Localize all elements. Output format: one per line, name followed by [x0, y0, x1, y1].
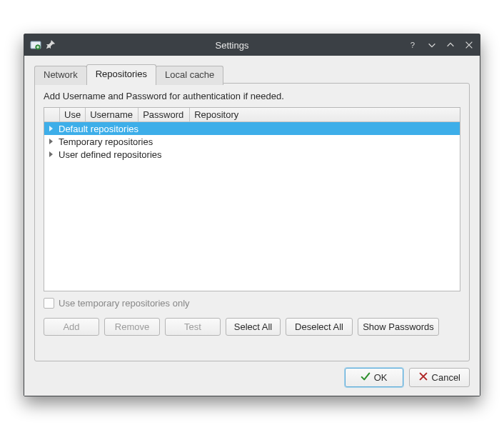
ok-check-icon [361, 371, 371, 384]
group-label: User defined repositories [57, 149, 162, 160]
action-buttons: Add Remove Test Select All Deselect All … [44, 318, 460, 336]
app-icon [30, 39, 41, 51]
tab-network[interactable]: Network [34, 66, 87, 85]
checkbox-box[interactable] [44, 298, 54, 309]
col-repository[interactable]: Repository [190, 108, 460, 121]
col-username[interactable]: Username [86, 108, 138, 121]
deselect-all-button[interactable]: Deselect All [286, 318, 353, 336]
group-default-repositories[interactable]: Default repositories [44, 122, 460, 135]
group-user-defined-repositories[interactable]: User defined repositories [44, 148, 460, 161]
repositories-table[interactable]: Use Username Password Repository Default… [44, 107, 460, 291]
checkbox-label: Use temporary repositories only [59, 298, 190, 309]
maximize-icon[interactable] [445, 40, 455, 50]
test-button[interactable]: Test [165, 318, 221, 336]
settings-window: Settings ? Network Repositories Local ca… [24, 34, 480, 396]
group-label: Temporary repositories [57, 136, 153, 147]
dialog-buttons: OK Cancel [345, 368, 470, 387]
cancel-x-icon [418, 371, 428, 384]
window-controls: ? [408, 40, 474, 50]
titlebar-left [30, 39, 56, 51]
hint-text: Add Username and Password for authentica… [44, 91, 460, 101]
tab-repositories[interactable]: Repositories [86, 64, 156, 84]
use-temporary-only-checkbox[interactable]: Use temporary repositories only [44, 298, 190, 309]
show-passwords-button[interactable]: Show Passwords [358, 318, 439, 336]
col-password[interactable]: Password [138, 108, 190, 121]
ok-button[interactable]: OK [345, 368, 403, 387]
close-icon[interactable] [464, 40, 474, 50]
svg-text:?: ? [410, 41, 415, 49]
cancel-label: Cancel [432, 372, 460, 383]
tab-panel-repositories: Add Username and Password for authentica… [34, 83, 470, 361]
cancel-button[interactable]: Cancel [409, 368, 470, 387]
table-body: Default repositories Temporary repositor… [44, 122, 460, 161]
pin-icon[interactable] [46, 39, 56, 51]
ok-label: OK [374, 372, 388, 383]
select-all-button[interactable]: Select All [226, 318, 281, 336]
chevron-right-icon[interactable] [44, 137, 57, 146]
remove-button[interactable]: Remove [104, 318, 160, 336]
minimize-icon[interactable] [427, 40, 437, 50]
tab-local-cache[interactable]: Local cache [156, 66, 223, 85]
group-label: Default repositories [57, 124, 138, 134]
window-title: Settings [56, 40, 408, 51]
help-icon[interactable]: ? [408, 40, 418, 50]
col-expand [44, 108, 60, 121]
chevron-right-icon[interactable] [44, 150, 57, 159]
group-temporary-repositories[interactable]: Temporary repositories [44, 135, 460, 148]
chevron-right-icon[interactable] [44, 124, 57, 133]
add-button[interactable]: Add [44, 318, 99, 336]
content-area: Network Repositories Local cache Add Use… [24, 56, 480, 396]
table-header: Use Username Password Repository [44, 108, 460, 122]
col-use[interactable]: Use [60, 108, 86, 121]
titlebar: Settings ? [24, 34, 480, 56]
tabs: Network Repositories Local cache Add Use… [34, 64, 470, 361]
